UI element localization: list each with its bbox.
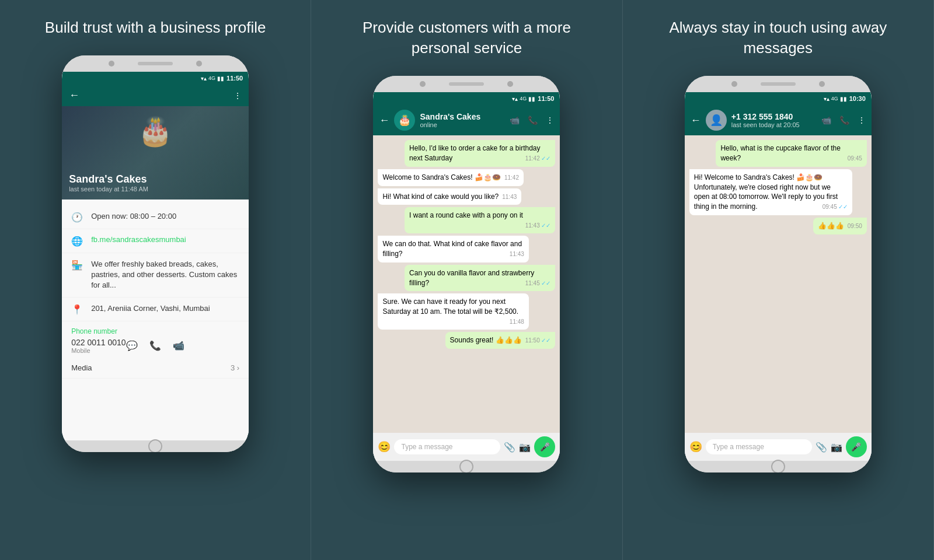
msg-check-2-5: ✓✓ (541, 280, 550, 286)
msg-2-7: Sounds great! 👍👍👍 11:50 ✓✓ (445, 332, 556, 349)
chat-header-info-2: Sandra's Cakes online (420, 112, 505, 128)
video-call-icon-3[interactable]: 📹 (821, 116, 831, 125)
msg-check-2-3: ✓✓ (541, 222, 550, 229)
status-bar-3: ▾▴ 4G ▮▮ 10:30 (685, 92, 872, 105)
camera-2 (420, 81, 426, 87)
phone-bottom-bar-2 (373, 461, 560, 473)
chat-header-2: ← 🎂 Sandra's Cakes online 📹 📞 ⋮ (373, 105, 560, 135)
call-icon[interactable]: 📞 (149, 340, 161, 351)
msg-check-2-0: ✓✓ (541, 155, 550, 162)
more-options-2[interactable]: ⋮ (546, 116, 554, 125)
profile-media-row[interactable]: Media 3 › (62, 358, 249, 379)
chat-contact-status-3: last seen today at 20:05 (731, 121, 817, 128)
more-options-3[interactable]: ⋮ (858, 116, 866, 125)
profile-website[interactable]: fb.me/sandrascakesmumbai (91, 235, 239, 244)
video-call-icon-2[interactable]: 📹 (510, 116, 520, 125)
profile-hours: Open now: 08:00 – 20:00 (91, 211, 239, 222)
panel-chat: Provide customers with a more personal s… (311, 0, 622, 560)
video-icon[interactable]: 📹 (173, 340, 184, 351)
status-time-2: 11:50 (538, 95, 554, 102)
msg-time-2-6: 11:48 (510, 318, 524, 326)
profile-website-row: 🌐 fb.me/sandrascakesmumbai (62, 229, 249, 253)
profile-body: 🕐 Open now: 08:00 – 20:00 🌐 fb.me/sandra… (62, 200, 249, 440)
back-arrow-2[interactable]: ← (379, 114, 389, 127)
back-arrow-1[interactable]: ← (69, 89, 79, 102)
voice-call-icon-3[interactable]: 📞 (839, 116, 849, 125)
msg-time-3-2: 09:50 (848, 222, 862, 230)
input-placeholder-2: Type a message (401, 443, 493, 451)
msg-time-2-2: 11:43 (502, 193, 517, 201)
profile-business-name: Sandra's Cakes (69, 173, 148, 186)
chat-header-icons-2: 📹 📞 ⋮ (510, 116, 554, 125)
home-button-2[interactable] (459, 460, 473, 473)
profile-header-image: 🎂 Sandra's Cakes last seen today at 11:4… (62, 106, 249, 200)
panel-business-profile: Build trust with a business profile ▾▴ 4… (0, 0, 311, 560)
profile-hours-content: Open now: 08:00 – 20:00 (91, 211, 239, 222)
profile-name-block: Sandra's Cakes last seen today at 11:48 … (69, 173, 148, 192)
attach-icon-3[interactable]: 📎 (815, 442, 827, 453)
more-options-1[interactable]: ⋮ (234, 91, 242, 100)
chat-messages-2: Hello, I'd like to order a cake for a bi… (373, 135, 560, 433)
msg-2-3: I want a round cake with a pony on it 11… (405, 207, 555, 233)
profile-description-content: We offer freshly baked breads, cakes, pa… (91, 259, 239, 291)
camera-input-icon-2[interactable]: 📷 (519, 442, 531, 453)
profile-description: We offer freshly baked breads, cakes, pa… (91, 259, 239, 291)
msg-3-2: 👍👍👍 09:50 (813, 218, 867, 235)
chat-input-bar-2: 😊 Type a message 📎 📷 🎤 (373, 433, 560, 461)
msg-check-2-7: ✓✓ (541, 337, 550, 344)
input-placeholder-3: Type a message (713, 443, 805, 451)
phone-bottom-bar-3 (685, 461, 872, 473)
profile-screen-header: ← ⋮ (62, 85, 249, 106)
voice-call-icon-2[interactable]: 📞 (528, 116, 538, 125)
home-button-1[interactable] (148, 439, 162, 452)
chat-input-bar-3: 😊 Type a message 📎 📷 🎤 (685, 433, 872, 461)
phone-top-bar-1 (62, 55, 249, 72)
message-icon[interactable]: 💬 (126, 340, 138, 351)
msg-2-5: Can you do vanilla flavor and strawberry… (405, 265, 555, 292)
msg-2-1: Welcome to Sandra's Cakes! 🍰🎂🍩 11:42 (378, 169, 524, 186)
status-time-1: 11:50 (226, 75, 243, 82)
chat-messages-3: Hello, what is the cupcake flavor of the… (685, 135, 872, 433)
phone-screen-2: ▾▴ 4G ▮▮ 11:50 ← 🎂 Sandra's Cakes online… (373, 92, 560, 461)
emoji-icon-2[interactable]: 😊 (378, 440, 391, 453)
media-label: Media (71, 363, 92, 372)
phone-bottom-bar-1 (62, 440, 249, 452)
chat-input-field-3[interactable]: Type a message (706, 439, 812, 454)
camera-right-2 (507, 81, 513, 87)
speaker-1 (138, 62, 173, 65)
status-time-3: 10:30 (849, 95, 866, 102)
emoji-icon-3[interactable]: 😊 (689, 440, 702, 453)
msg-2-0: Hello, I'd like to order a cake for a bi… (405, 140, 555, 167)
camera-3 (731, 81, 737, 87)
msg-time-2-1: 11:42 (504, 174, 519, 182)
camera-input-icon-3[interactable]: 📷 (831, 442, 842, 453)
msg-3-0: Hello, what is the cupcake flavor of the… (716, 140, 866, 167)
msg-time-3-0: 09:45 (848, 155, 862, 163)
mic-button-2[interactable]: 🎤 (534, 436, 555, 457)
msg-2-2: Hi! What kind of cake would you like? 11… (378, 188, 521, 205)
msg-time-2-7: 11:50 ✓✓ (525, 337, 551, 345)
back-arrow-3[interactable]: ← (691, 114, 701, 127)
chat-input-field-2[interactable]: Type a message (394, 439, 500, 454)
profile-description-row: 🏪 We offer freshly baked breads, cakes, … (62, 253, 249, 298)
profile-address-row: 📍 201, Areniia Corner, Vashi, Mumbai (62, 298, 249, 321)
msg-time-2-3: 11:43 ✓✓ (525, 222, 551, 230)
chat-header-info-3: +1 312 555 1840 last seen today at 20:05 (731, 112, 817, 128)
chat-contact-name-2: Sandra's Cakes (420, 112, 505, 121)
panel-2-title: Provide customers with a more personal s… (356, 18, 577, 58)
status-bar-1: ▾▴ 4G ▮▮ 11:50 (62, 72, 249, 85)
cake-image: 🎂 (138, 115, 173, 148)
phone-type: Mobile (71, 347, 126, 354)
attach-icon-2[interactable]: 📎 (504, 442, 515, 453)
phone-top-bar-3 (685, 76, 872, 92)
panel-1-title: Build trust with a business profile (45, 18, 266, 38)
status-bar-2: ▾▴ 4G ▮▮ 11:50 (373, 92, 560, 105)
chat-contact-number-3: +1 312 555 1840 (731, 112, 817, 121)
phone-3: ▾▴ 4G ▮▮ 10:30 ← 👤 +1 312 555 1840 last … (685, 76, 872, 473)
phone-1: ▾▴ 4G ▮▮ 11:50 ← ⋮ 🎂 Sandra's Cakes last… (62, 55, 249, 452)
msg-time-3-1: 09:45 ✓✓ (823, 203, 848, 211)
phone-screen-3: ▾▴ 4G ▮▮ 10:30 ← 👤 +1 312 555 1840 last … (685, 92, 872, 461)
profile-address: 201, Areniia Corner, Vashi, Mumbai (91, 303, 239, 314)
home-button-3[interactable] (771, 460, 785, 473)
mic-button-3[interactable]: 🎤 (846, 436, 867, 457)
